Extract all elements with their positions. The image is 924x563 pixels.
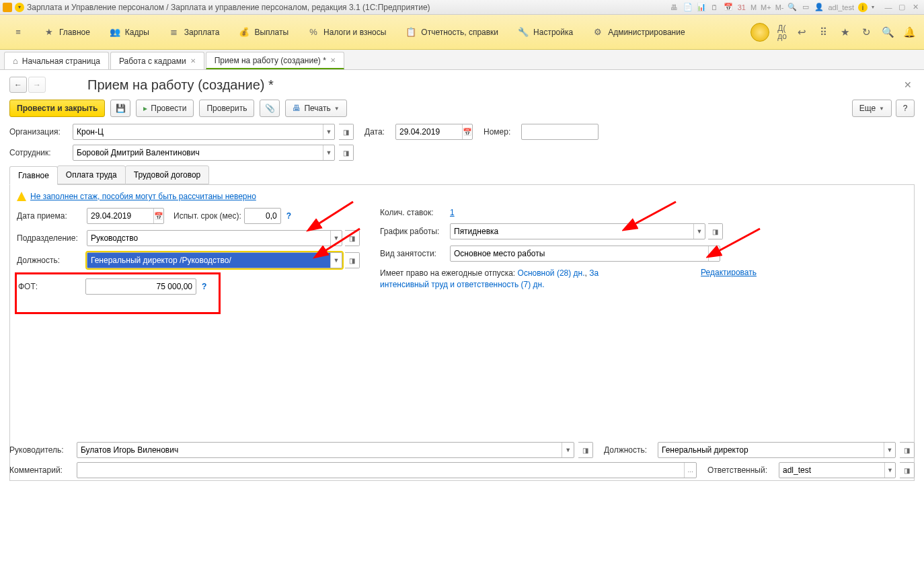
save-button[interactable]: 💾	[110, 100, 130, 117]
title-bar: ▾ Зарплата и Управление персоналом / Зар…	[0, 0, 924, 15]
date-field[interactable]: 📅	[395, 124, 473, 140]
employment-field[interactable]: ▼	[450, 246, 720, 262]
menu-admin[interactable]: ⚙Администрирование	[582, 15, 694, 49]
responsible-field[interactable]: ▼	[779, 462, 896, 478]
organization-field[interactable]: ▼	[73, 124, 335, 140]
date-icon[interactable]: 31	[737, 3, 746, 12]
dropdown-icon[interactable]: ▼	[884, 443, 895, 457]
zoom-icon[interactable]: 🔍	[787, 3, 797, 12]
open-icon[interactable]: ◨	[339, 124, 354, 140]
dropdown-icon[interactable]: ▼	[562, 443, 574, 457]
star-icon[interactable]: ★	[838, 26, 851, 39]
rates-link[interactable]: 1	[450, 208, 455, 217]
dropdown-icon[interactable]: ▼	[884, 463, 895, 478]
fot-field[interactable]	[85, 278, 196, 295]
dropdown-icon[interactable]: ▼	[323, 124, 334, 139]
nav-back-button[interactable]: ←	[9, 77, 27, 93]
tab-contract[interactable]: Трудовой договор	[125, 165, 209, 184]
footer-position-field[interactable]: ▼	[658, 442, 896, 458]
check-button[interactable]: Проверить	[199, 100, 254, 117]
dropdown-icon[interactable]: ▼	[693, 224, 705, 239]
back-tool-icon[interactable]: ↩	[795, 26, 808, 39]
save-icon: 💾	[116, 104, 126, 113]
tab-main[interactable]: Главное	[9, 166, 58, 185]
expand-icon[interactable]: …	[684, 463, 696, 478]
nav-forward-button[interactable]: →	[28, 77, 46, 93]
position-field[interactable]: ▼	[87, 252, 342, 268]
maximize-button[interactable]: ▢	[896, 3, 908, 12]
menu-payments[interactable]: 💰Выплаты	[229, 15, 298, 49]
main-menu: ≡ ★Главное 👥Кадры ≣Зарплата 💰Выплаты %На…	[0, 15, 924, 50]
open-icon[interactable]: ◨	[345, 252, 360, 268]
app-menu-drop[interactable]: ▾	[15, 3, 24, 12]
open-icon[interactable]: ◨	[708, 223, 723, 239]
more-button[interactable]: Еще▼	[852, 100, 892, 117]
open-icon[interactable]: ◨	[339, 145, 354, 161]
edit-vacation-link[interactable]: Редактировать	[701, 268, 757, 277]
menu-personnel[interactable]: 👥Кадры	[100, 15, 159, 49]
attach-button[interactable]: 📎	[260, 100, 280, 117]
calendar-icon[interactable]: 📅	[462, 124, 472, 139]
help-button[interactable]: ?	[896, 100, 915, 117]
close-icon[interactable]: ✕	[330, 57, 336, 64]
menu-reports[interactable]: 📋Отчетность, справки	[395, 15, 508, 49]
footer-position-label: Должность:	[604, 445, 654, 455]
attachment-icon: 📎	[265, 104, 275, 113]
close-button[interactable]: ✕	[909, 3, 921, 12]
minimize-button[interactable]: —	[882, 3, 894, 12]
comment-field[interactable]: …	[77, 462, 697, 478]
tab-hiring[interactable]: Прием на работу (создание) * ✕	[206, 52, 344, 69]
dropdown-icon[interactable]: ▼	[323, 145, 334, 160]
bell-icon[interactable]: 🔔	[902, 26, 916, 39]
memory-mplus[interactable]: M+	[761, 3, 771, 11]
employment-label: Вид занятости:	[380, 249, 447, 258]
dropdown-icon[interactable]: ▼	[708, 246, 720, 261]
open-icon[interactable]: ◨	[900, 462, 915, 478]
menu-settings[interactable]: 🔧Настройка	[508, 15, 582, 49]
help-icon[interactable]: ?	[286, 211, 291, 221]
open-icon[interactable]: ◨	[900, 442, 915, 458]
post-button[interactable]: ▸Провести	[136, 100, 194, 117]
help-icon[interactable]: ?	[202, 282, 206, 291]
menu-hamburger[interactable]: ≡	[3, 15, 34, 49]
calendar-icon[interactable]: 📅	[153, 209, 163, 223]
schedule-field[interactable]: ▼	[450, 223, 705, 239]
hire-date-field[interactable]: 📅	[87, 208, 164, 224]
apps-icon[interactable]: ⠿	[816, 26, 830, 39]
user-icon: 👤	[814, 3, 824, 12]
report-icon[interactable]: 📊	[697, 3, 706, 12]
manager-field[interactable]: ▼	[77, 442, 574, 458]
close-icon[interactable]: ✕	[190, 57, 196, 65]
menu-main[interactable]: ★Главное	[34, 15, 100, 49]
menu-taxes[interactable]: %Налоги и взносы	[298, 15, 395, 49]
window-icon[interactable]: ▭	[801, 3, 810, 12]
tab-home[interactable]: ⌂ Начальная страница	[4, 52, 109, 69]
status-indicator[interactable]	[750, 23, 769, 42]
number-field[interactable]	[521, 124, 599, 140]
probation-field[interactable]	[244, 208, 281, 224]
dropdown-icon[interactable]: ▼	[330, 253, 342, 268]
tab-payment[interactable]: Оплата труда	[57, 165, 126, 184]
tab-personnel-work[interactable]: Работа с кадрами ✕	[110, 52, 204, 69]
open-icon[interactable]: ◨	[578, 442, 593, 458]
doc-icon[interactable]: 📄	[683, 3, 693, 12]
warning-link[interactable]: Не заполнен стаж, пособия могут быть рас…	[30, 192, 256, 201]
info-icon[interactable]: i	[858, 3, 868, 12]
print-button[interactable]: 🖶Печать▼	[285, 100, 346, 117]
search-icon[interactable]: 🔍	[881, 26, 894, 39]
dropdown-icon[interactable]: ▼	[330, 231, 342, 246]
page-close-button[interactable]: ✕	[901, 77, 915, 93]
print-icon: 🖶	[293, 104, 301, 113]
memory-mminus[interactable]: M-	[775, 3, 784, 11]
employee-field[interactable]: ▼	[73, 145, 335, 161]
history-icon[interactable]: ↻	[859, 26, 873, 39]
calc-icon[interactable]: 🗒	[710, 3, 720, 12]
document-toolbar: Провести и закрыть 💾 ▸Провести Проверить…	[9, 100, 915, 117]
open-icon[interactable]: ◨	[345, 230, 360, 246]
post-and-close-button[interactable]: Провести и закрыть	[9, 100, 105, 117]
menu-salary[interactable]: ≣Зарплата	[159, 15, 229, 49]
memory-m[interactable]: M	[750, 3, 757, 11]
department-field[interactable]: ▼	[87, 230, 342, 246]
calendar-icon[interactable]: 📅	[724, 3, 733, 12]
print-icon[interactable]: 🖶	[670, 3, 679, 12]
